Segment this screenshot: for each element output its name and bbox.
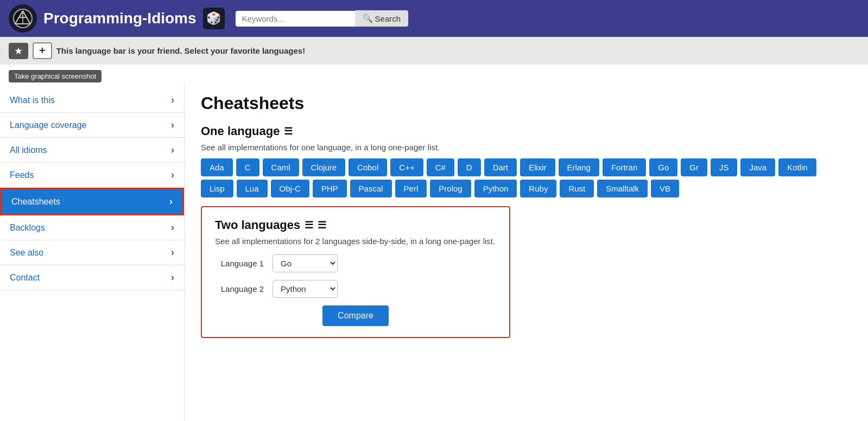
one-language-section: One language ☰ See all implementations f… [201,124,852,197]
lang-button-c++[interactable]: C++ [390,158,423,176]
sidebar-item-label: What is this [10,95,55,105]
sidebar-item-label: Feeds [10,170,34,180]
sidebar-item-label: Contact [10,273,40,283]
language1-select[interactable]: Go [273,254,338,272]
header: Programming-Idioms 🎲 🔍 Search [0,0,868,37]
search-button[interactable]: 🔍 Search [355,10,409,27]
lang-button-perl[interactable]: Perl [395,180,427,197]
list-icon: ☰ [284,125,293,137]
lang-button-cobol[interactable]: Cobol [349,158,387,176]
logo[interactable] [9,4,37,33]
star-button[interactable]: ★ [9,43,28,59]
lang-button-smalltalk[interactable]: Smalltalk [597,180,648,197]
site-title: Programming-Idioms [43,10,197,27]
sidebar-item-backlogs[interactable]: Backlogs› [0,215,184,240]
language2-row: Language 2 Python [215,280,496,298]
two-language-title: Two languages ☰ ☰ [215,218,496,232]
compare-button[interactable]: Compare [322,305,389,326]
list-icon-2: ☰ [305,219,313,231]
lang-button-ruby[interactable]: Ruby [520,180,556,197]
lang-button-obj-c[interactable]: Obj-C [271,180,309,197]
sidebar-item-label: All idioms [10,145,47,155]
lang-button-caml[interactable]: Caml [263,158,299,176]
add-language-button[interactable]: + [33,42,52,59]
language2-select[interactable]: Python [273,280,338,298]
chevron-icon: › [169,196,173,207]
sidebar-item-label: Backlogs [10,223,45,233]
lang-button-java[interactable]: Java [740,158,775,176]
language-bar: ★ + This language bar is your friend. Se… [0,37,868,65]
chevron-icon: › [171,169,174,181]
sidebar-item-label: Language coverage [10,120,86,130]
sidebar-item-language-coverage[interactable]: Language coverage› [0,113,184,138]
lang-button-clojure[interactable]: Clojure [302,158,346,176]
one-language-title: One language ☰ [201,124,852,138]
chevron-icon: › [171,119,174,131]
lang-button-lisp[interactable]: Lisp [201,180,233,197]
search-input[interactable] [236,11,355,27]
sidebar-item-all-idioms[interactable]: All idioms› [0,138,184,163]
two-language-desc: See all implementations for 2 languages … [215,237,496,246]
dice-icon: 🎲 [206,11,221,25]
one-language-desc: See all implementations for one language… [201,143,852,152]
lang-button-php[interactable]: PHP [313,180,347,197]
lang-button-ada[interactable]: Ada [201,158,233,176]
lang2-label: Language 2 [215,284,264,294]
lang-button-fortran[interactable]: Fortran [603,158,646,176]
language-bar-message: This language bar is your friend. Select… [56,46,305,55]
chevron-icon: › [171,247,174,258]
sidebar-item-cheatsheets[interactable]: Cheatsheets› [0,188,184,215]
page-title: Cheatsheets [201,93,852,113]
lang-button-elixir[interactable]: Elixir [520,158,555,176]
lang-button-kotlin[interactable]: Kotlin [778,158,816,176]
sidebar-item-label: See also [10,248,43,258]
lang-button-d[interactable]: D [458,158,481,176]
lang-button-c[interactable]: C [236,158,259,176]
screenshot-button[interactable]: Take graphical screenshot [9,70,102,82]
sidebar-item-feeds[interactable]: Feeds› [0,163,184,188]
lang-button-pascal[interactable]: Pascal [350,180,392,197]
sidebar: What is this›Language coverage›All idiom… [0,82,185,421]
chevron-icon: › [171,94,174,106]
lang1-label: Language 1 [215,259,264,268]
sidebar-item-label: Cheatsheets [11,197,60,207]
search-icon: 🔍 [363,14,373,23]
lang-button-c#[interactable]: C# [427,158,454,176]
lang-button-vb[interactable]: VB [651,180,679,197]
lang-button-go[interactable]: Go [649,158,677,176]
content-area: Cheatsheets One language ☰ See all imple… [185,82,868,421]
main-layout: What is this›Language coverage›All idiom… [0,82,868,421]
lang-button-erlang[interactable]: Erlang [559,158,599,176]
lang-button-dart[interactable]: Dart [484,158,517,176]
chevron-icon: › [171,272,174,283]
logo-icon [13,9,33,28]
chevron-icon: › [171,144,174,156]
lang-button-js[interactable]: JS [711,158,738,176]
lang-button-rust[interactable]: Rust [560,180,594,197]
sidebar-item-see-also[interactable]: See also› [0,240,184,265]
one-language-buttons: AdaCCamlClojureCobolC++C#DDartElixirErla… [201,158,852,197]
lang-button-python[interactable]: Python [474,180,517,197]
lang-button-prolog[interactable]: Prolog [430,180,471,197]
sidebar-item-contact[interactable]: Contact› [0,265,184,290]
two-languages-section: Two languages ☰ ☰ See all implementation… [201,206,510,338]
lang-button-lua[interactable]: Lua [237,180,268,197]
search-form: 🔍 Search [236,10,409,27]
language1-row: Language 1 Go [215,254,496,272]
sidebar-item-what-is-this[interactable]: What is this› [0,88,184,113]
chevron-icon: › [171,222,174,233]
random-button[interactable]: 🎲 [203,8,225,29]
lang-button-gr[interactable]: Gr [681,158,707,176]
list-icon-3: ☰ [318,219,326,231]
